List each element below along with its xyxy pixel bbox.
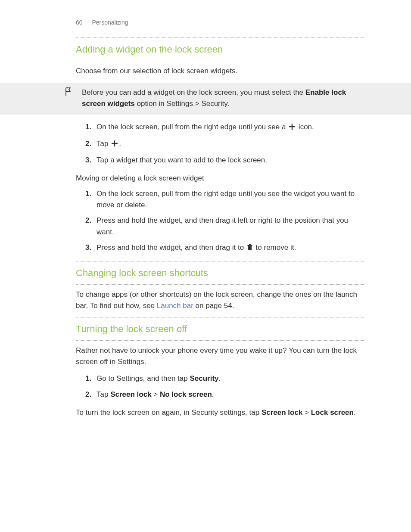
document-page: 60 Personalizing Adding a widget on the … [0,0,411,442]
divider [76,340,364,341]
list-item: On the lock screen, pull from the right … [85,121,364,134]
steps-list: Go to Settings, and then tap Security. T… [85,373,364,400]
launch-bar-link[interactable]: Launch bar [157,302,193,310]
plus-icon [289,122,296,134]
page-header: 60 Personalizing [76,18,364,27]
note-box: Before you can add a widget on the lock … [0,83,411,115]
section-name: Personalizing [92,19,128,26]
body-text: To turn the lock screen on again, in Sec… [76,407,364,418]
section-heading-turning-off: Turning the lock screen off [76,322,364,336]
body-text: To change apps (or other shortcuts) on t… [76,289,364,311]
section-heading-changing-shortcuts: Changing lock screen shortcuts [76,266,364,280]
list-item: Tap Screen lock > No lock screen. [85,389,364,400]
body-text: Choose from our selection of lock screen… [76,65,364,77]
body-text: Rather not have to unlock your phone eve… [76,345,364,367]
flag-icon [65,87,72,100]
divider [76,261,364,261]
divider [76,37,364,38]
subheading-moving-deleting: Moving or deleting a lock screen widget [76,173,364,184]
svg-rect-2 [249,244,251,245]
divider [76,284,364,285]
list-item: Tap a widget that you want to add to the… [85,155,364,166]
plus-icon [111,139,118,150]
page-number: 60 [76,19,83,26]
svg-rect-1 [247,245,252,246]
list-item: Tap . [85,138,364,150]
svg-rect-0 [248,246,252,250]
trash-icon [247,243,253,254]
list-item: Go to Settings, and then tap Security. [85,373,364,384]
section-heading-adding-widget: Adding a widget on the lock screen [76,42,364,56]
list-item: On the lock screen, pull from the right … [85,188,364,211]
steps-list: On the lock screen, pull from the right … [85,188,364,255]
divider [76,317,364,317]
divider [76,61,364,61]
steps-list: On the lock screen, pull from the right … [85,121,364,166]
list-item: Press and hold the widget, and then drag… [85,215,364,238]
note-text: Before you can add a widget on the lock … [82,87,364,110]
list-item: Press and hold the widget, and then drag… [85,242,364,254]
